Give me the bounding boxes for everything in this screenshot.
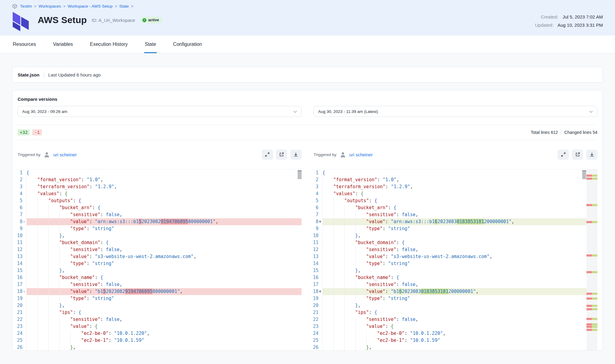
- code-line: 10},: [15, 232, 302, 239]
- ruler-change-mark: [586, 329, 597, 331]
- tab-resources[interactable]: Resources: [12, 36, 36, 53]
- page-header: Testim > Workspaces > Workspace - AWS Se…: [0, 0, 615, 36]
- created-value: Jul 5, 2023 7:02 AM: [562, 14, 603, 19]
- breadcrumb-separator: >: [115, 4, 117, 9]
- state-file-name: State.json: [18, 72, 39, 77]
- ruler-change-mark: [586, 221, 597, 223]
- code-line: 20},: [311, 302, 587, 309]
- code-line: 14"type": "string": [311, 260, 587, 267]
- box-icon: [12, 4, 17, 9]
- code-line: 17"sensitive": false,: [311, 281, 587, 288]
- version-select-from[interactable]: Aug 30, 2023 - 09:26 am: [18, 106, 302, 117]
- breadcrumb-link-testim[interactable]: Testim: [20, 4, 32, 9]
- ruler-change-mark: [586, 305, 597, 307]
- code-line: 17"sensitive": false,: [15, 281, 302, 288]
- ruler-change-mark: [586, 318, 597, 320]
- ruler-change-mark: [586, 323, 597, 325]
- download-button[interactable]: [586, 150, 597, 160]
- ruler-change-mark: [586, 308, 597, 310]
- code-line: 22"sensitive": false,: [15, 316, 302, 323]
- expand-button[interactable]: [262, 150, 273, 160]
- divider: [561, 130, 561, 135]
- open-external-button[interactable]: [276, 150, 287, 160]
- code-line: 26},: [311, 344, 587, 351]
- tab-execution-history[interactable]: Execution History: [89, 36, 128, 53]
- code-line: 6"bucket_arn": {: [15, 204, 302, 211]
- updated-value: Aug 10, 2023 3:31 PM: [558, 22, 603, 28]
- terraform-logo: [12, 12, 31, 31]
- scrollbar-thumb[interactable]: [582, 170, 586, 179]
- code-line: 23"value": {: [311, 323, 587, 330]
- version-select-to[interactable]: Aug 30, 2023 - 11:39 am (Latest): [314, 106, 598, 117]
- code-line: 9"type": "string": [311, 225, 587, 232]
- code-line: 2"format_version": "1.0",: [15, 176, 302, 183]
- code-line: 20},: [15, 302, 302, 309]
- user-avatar-icon: [340, 151, 346, 158]
- ruler-change-mark: [586, 293, 597, 295]
- ruler-change-mark: [586, 204, 597, 206]
- triggered-by-label: Triggered by: [314, 152, 337, 157]
- code-line: 19"type": "string": [311, 295, 587, 302]
- workspace-dates: Created: Jul 5, 2023 7:02 AM Updated: Au…: [535, 14, 603, 31]
- code-line: 10},: [311, 232, 587, 239]
- workspace-id: ID: A_Uri_Workspace: [92, 18, 135, 23]
- download-button[interactable]: [290, 150, 302, 160]
- state-diff-code-left: 1{2"format_version": "1.0",3"terraform_v…: [15, 169, 302, 351]
- ruler-change-mark: [586, 271, 597, 273]
- code-line: 6"bucket_arn": {: [311, 204, 587, 211]
- tab-variables[interactable]: Variables: [52, 36, 73, 53]
- breadcrumb-link-workspace[interactable]: Workspace - AWS Setup: [68, 4, 113, 9]
- code-line: 5"outputs": {: [15, 197, 302, 204]
- breadcrumb-link-state[interactable]: State: [119, 4, 129, 9]
- code-line: 25"ec2-be-1": "10.0.1.59": [311, 337, 587, 344]
- additions-badge: +32: [18, 129, 30, 135]
- version-from-value: Aug 30, 2023 - 09:26 am: [22, 109, 67, 114]
- triggered-by-label: Triggered by: [18, 152, 40, 157]
- tab-configuration[interactable]: Configuration: [173, 36, 203, 53]
- scrollbar-thumb[interactable]: [298, 170, 302, 179]
- code-line: 24"ec2-be-0": "10.0.1.220",: [311, 330, 587, 337]
- deletions-badge: -1: [32, 129, 42, 135]
- code-line: 4"values": {: [311, 190, 587, 197]
- triggered-by-user-link[interactable]: uri scheiner: [53, 152, 77, 157]
- ruler-change-mark: [586, 254, 597, 257]
- breadcrumb: Testim > Workspaces > Workspace - AWS Se…: [12, 4, 603, 9]
- total-lines-text: Total lines 612: [531, 130, 558, 135]
- code-line: 1{: [311, 169, 587, 176]
- code-line: 23"value": {: [15, 323, 302, 330]
- code-line: 3"terraform_version": "1.2.9",: [15, 183, 302, 190]
- tab-state[interactable]: State: [144, 36, 157, 53]
- breadcrumb-separator: >: [131, 4, 133, 9]
- diff-panel-left: Triggered by uri scheiner: [18, 140, 302, 351]
- compare-versions-heading: Compare versions: [18, 97, 597, 102]
- changed-lines-text: Changed lines 54: [564, 130, 597, 135]
- open-external-button[interactable]: [572, 150, 583, 160]
- tab-bar: ResourcesVariablesExecution HistoryState…: [0, 36, 615, 53]
- breadcrumb-separator: >: [63, 4, 66, 9]
- triggered-by-user-link[interactable]: uri scheiner: [349, 152, 373, 157]
- breadcrumb-link-workspaces[interactable]: Workspaces: [39, 4, 61, 9]
- code-line: 7"sensitive": false,: [311, 211, 587, 218]
- code-line: 8+"value": "arn:aws:s3:::b16202308301838…: [311, 218, 587, 225]
- code-line: 12"sensitive": false,: [311, 246, 587, 253]
- code-line: 15},: [15, 267, 302, 274]
- code-line: 15},: [311, 267, 587, 274]
- diff-panel-right: Triggered by uri scheiner: [314, 140, 598, 351]
- version-to-value: Aug 30, 2023 - 11:39 am (Latest): [318, 109, 378, 114]
- updated-label: Updated:: [535, 22, 553, 28]
- divider: [44, 72, 44, 78]
- code-line: 11"bucket_domain": {: [15, 239, 302, 246]
- code-line: 11"bucket_domain": {: [311, 239, 587, 246]
- chevron-down-icon: [589, 109, 593, 114]
- expand-button[interactable]: [558, 150, 569, 160]
- diff-overview-ruler: [586, 169, 597, 351]
- user-avatar-icon: [43, 151, 50, 158]
- state-diff-code-right: 1{2"format_version": "1.0",3"terraform_v…: [311, 169, 598, 351]
- code-line: 24"ec2-be-0": "10.0.1.220",: [15, 330, 302, 337]
- code-line: 19"type": "string": [15, 295, 302, 302]
- code-line: 1{: [15, 169, 302, 176]
- ruler-change-mark: [586, 326, 597, 328]
- code-line: 26},: [15, 344, 302, 351]
- page-title: AWS Setup: [38, 15, 87, 25]
- diff-stats-row: +32 -1 Total lines 612 Changed lines 54: [18, 125, 597, 140]
